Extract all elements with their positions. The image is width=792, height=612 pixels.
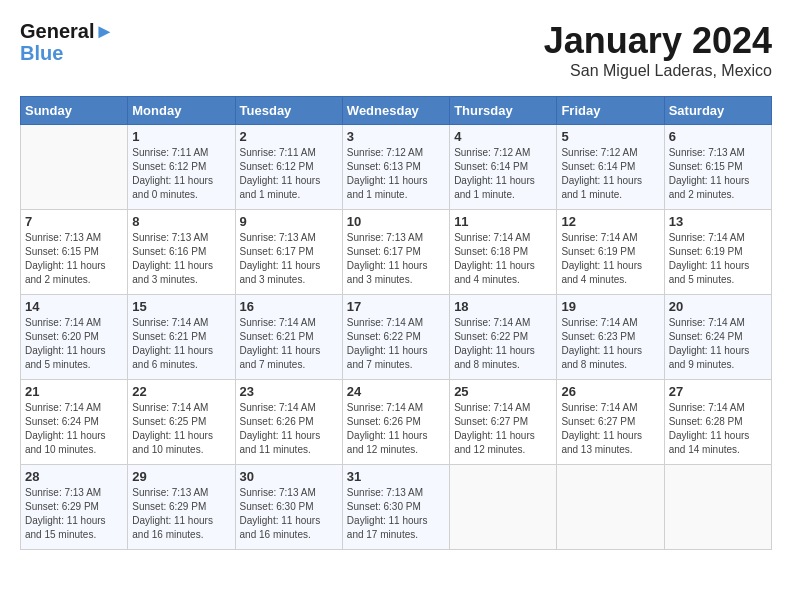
daylight-text: Daylight: 11 hours and 12 minutes.	[347, 430, 428, 455]
day-number: 23	[240, 384, 338, 399]
sunset-text: Sunset: 6:23 PM	[561, 331, 635, 342]
sunset-text: Sunset: 6:19 PM	[561, 246, 635, 257]
sunset-text: Sunset: 6:14 PM	[454, 161, 528, 172]
day-number: 11	[454, 214, 552, 229]
sunrise-text: Sunrise: 7:14 AM	[669, 232, 745, 243]
sunset-text: Sunset: 6:16 PM	[132, 246, 206, 257]
weekday-header-friday: Friday	[557, 97, 664, 125]
calendar-cell: 27 Sunrise: 7:14 AM Sunset: 6:28 PM Dayl…	[664, 380, 771, 465]
sunset-text: Sunset: 6:14 PM	[561, 161, 635, 172]
sunrise-text: Sunrise: 7:14 AM	[561, 232, 637, 243]
day-number: 19	[561, 299, 659, 314]
day-info: Sunrise: 7:14 AM Sunset: 6:22 PM Dayligh…	[454, 316, 552, 372]
daylight-text: Daylight: 11 hours and 1 minute.	[454, 175, 535, 200]
title-block: January 2024 San Miguel Laderas, Mexico	[544, 20, 772, 80]
day-number: 22	[132, 384, 230, 399]
weekday-header-row: SundayMondayTuesdayWednesdayThursdayFrid…	[21, 97, 772, 125]
calendar-cell: 14 Sunrise: 7:14 AM Sunset: 6:20 PM Dayl…	[21, 295, 128, 380]
location: San Miguel Laderas, Mexico	[544, 62, 772, 80]
sunrise-text: Sunrise: 7:14 AM	[669, 317, 745, 328]
calendar-cell: 28 Sunrise: 7:13 AM Sunset: 6:29 PM Dayl…	[21, 465, 128, 550]
calendar-cell: 8 Sunrise: 7:13 AM Sunset: 6:16 PM Dayli…	[128, 210, 235, 295]
daylight-text: Daylight: 11 hours and 16 minutes.	[240, 515, 321, 540]
sunrise-text: Sunrise: 7:11 AM	[132, 147, 208, 158]
calendar-cell: 29 Sunrise: 7:13 AM Sunset: 6:29 PM Dayl…	[128, 465, 235, 550]
sunrise-text: Sunrise: 7:14 AM	[132, 402, 208, 413]
sunrise-text: Sunrise: 7:13 AM	[240, 487, 316, 498]
weekday-header-monday: Monday	[128, 97, 235, 125]
day-number: 3	[347, 129, 445, 144]
sunrise-text: Sunrise: 7:14 AM	[25, 402, 101, 413]
day-info: Sunrise: 7:14 AM Sunset: 6:18 PM Dayligh…	[454, 231, 552, 287]
day-info: Sunrise: 7:14 AM Sunset: 6:21 PM Dayligh…	[132, 316, 230, 372]
daylight-text: Daylight: 11 hours and 4 minutes.	[561, 260, 642, 285]
day-info: Sunrise: 7:14 AM Sunset: 6:19 PM Dayligh…	[669, 231, 767, 287]
daylight-text: Daylight: 11 hours and 1 minute.	[240, 175, 321, 200]
day-info: Sunrise: 7:13 AM Sunset: 6:15 PM Dayligh…	[669, 146, 767, 202]
daylight-text: Daylight: 11 hours and 8 minutes.	[561, 345, 642, 370]
calendar-cell: 26 Sunrise: 7:14 AM Sunset: 6:27 PM Dayl…	[557, 380, 664, 465]
day-info: Sunrise: 7:14 AM Sunset: 6:27 PM Dayligh…	[561, 401, 659, 457]
daylight-text: Daylight: 11 hours and 13 minutes.	[561, 430, 642, 455]
day-number: 25	[454, 384, 552, 399]
day-number: 17	[347, 299, 445, 314]
day-info: Sunrise: 7:14 AM Sunset: 6:25 PM Dayligh…	[132, 401, 230, 457]
calendar-cell: 16 Sunrise: 7:14 AM Sunset: 6:21 PM Dayl…	[235, 295, 342, 380]
daylight-text: Daylight: 11 hours and 5 minutes.	[25, 345, 106, 370]
sunset-text: Sunset: 6:22 PM	[454, 331, 528, 342]
weekday-header-saturday: Saturday	[664, 97, 771, 125]
day-info: Sunrise: 7:14 AM Sunset: 6:19 PM Dayligh…	[561, 231, 659, 287]
day-info: Sunrise: 7:13 AM Sunset: 6:17 PM Dayligh…	[240, 231, 338, 287]
calendar-cell: 6 Sunrise: 7:13 AM Sunset: 6:15 PM Dayli…	[664, 125, 771, 210]
day-info: Sunrise: 7:12 AM Sunset: 6:14 PM Dayligh…	[561, 146, 659, 202]
calendar-cell: 18 Sunrise: 7:14 AM Sunset: 6:22 PM Dayl…	[450, 295, 557, 380]
day-info: Sunrise: 7:12 AM Sunset: 6:14 PM Dayligh…	[454, 146, 552, 202]
day-number: 24	[347, 384, 445, 399]
calendar-cell: 10 Sunrise: 7:13 AM Sunset: 6:17 PM Dayl…	[342, 210, 449, 295]
day-number: 14	[25, 299, 123, 314]
day-number: 20	[669, 299, 767, 314]
weekday-header-sunday: Sunday	[21, 97, 128, 125]
day-info: Sunrise: 7:13 AM Sunset: 6:15 PM Dayligh…	[25, 231, 123, 287]
day-info: Sunrise: 7:13 AM Sunset: 6:17 PM Dayligh…	[347, 231, 445, 287]
day-number: 16	[240, 299, 338, 314]
sunset-text: Sunset: 6:15 PM	[669, 161, 743, 172]
daylight-text: Daylight: 11 hours and 7 minutes.	[347, 345, 428, 370]
calendar-cell: 1 Sunrise: 7:11 AM Sunset: 6:12 PM Dayli…	[128, 125, 235, 210]
sunset-text: Sunset: 6:21 PM	[240, 331, 314, 342]
day-number: 21	[25, 384, 123, 399]
weekday-header-wednesday: Wednesday	[342, 97, 449, 125]
daylight-text: Daylight: 11 hours and 8 minutes.	[454, 345, 535, 370]
day-info: Sunrise: 7:14 AM Sunset: 6:24 PM Dayligh…	[25, 401, 123, 457]
sunrise-text: Sunrise: 7:12 AM	[454, 147, 530, 158]
sunrise-text: Sunrise: 7:14 AM	[561, 402, 637, 413]
week-row-2: 7 Sunrise: 7:13 AM Sunset: 6:15 PM Dayli…	[21, 210, 772, 295]
calendar-cell: 11 Sunrise: 7:14 AM Sunset: 6:18 PM Dayl…	[450, 210, 557, 295]
daylight-text: Daylight: 11 hours and 17 minutes.	[347, 515, 428, 540]
sunrise-text: Sunrise: 7:14 AM	[454, 402, 530, 413]
sunset-text: Sunset: 6:29 PM	[25, 501, 99, 512]
sunrise-text: Sunrise: 7:14 AM	[240, 402, 316, 413]
daylight-text: Daylight: 11 hours and 9 minutes.	[669, 345, 750, 370]
sunrise-text: Sunrise: 7:13 AM	[347, 487, 423, 498]
sunset-text: Sunset: 6:27 PM	[561, 416, 635, 427]
month-title: January 2024	[544, 20, 772, 62]
daylight-text: Daylight: 11 hours and 12 minutes.	[454, 430, 535, 455]
daylight-text: Daylight: 11 hours and 15 minutes.	[25, 515, 106, 540]
day-info: Sunrise: 7:14 AM Sunset: 6:26 PM Dayligh…	[240, 401, 338, 457]
sunrise-text: Sunrise: 7:14 AM	[132, 317, 208, 328]
calendar-cell: 9 Sunrise: 7:13 AM Sunset: 6:17 PM Dayli…	[235, 210, 342, 295]
calendar-cell	[557, 465, 664, 550]
sunrise-text: Sunrise: 7:13 AM	[240, 232, 316, 243]
day-number: 27	[669, 384, 767, 399]
sunset-text: Sunset: 6:21 PM	[132, 331, 206, 342]
sunset-text: Sunset: 6:19 PM	[669, 246, 743, 257]
daylight-text: Daylight: 11 hours and 4 minutes.	[454, 260, 535, 285]
day-info: Sunrise: 7:13 AM Sunset: 6:30 PM Dayligh…	[347, 486, 445, 542]
calendar-cell	[21, 125, 128, 210]
day-info: Sunrise: 7:14 AM Sunset: 6:23 PM Dayligh…	[561, 316, 659, 372]
week-row-5: 28 Sunrise: 7:13 AM Sunset: 6:29 PM Dayl…	[21, 465, 772, 550]
calendar-cell: 7 Sunrise: 7:13 AM Sunset: 6:15 PM Dayli…	[21, 210, 128, 295]
day-info: Sunrise: 7:14 AM Sunset: 6:27 PM Dayligh…	[454, 401, 552, 457]
day-number: 10	[347, 214, 445, 229]
